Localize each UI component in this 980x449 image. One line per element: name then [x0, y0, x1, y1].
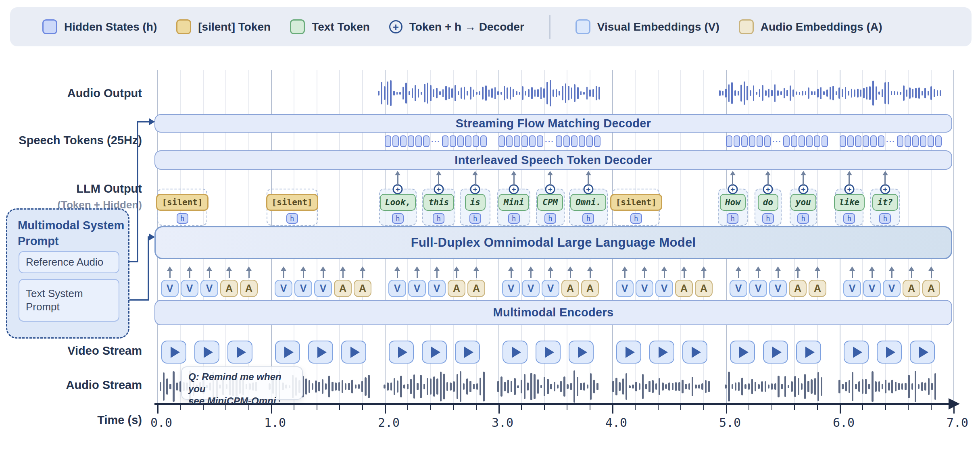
audio-output-waveform-bar: [900, 92, 901, 95]
prompt-box-title-line2: Prompt: [18, 235, 59, 247]
arrow-stem: [911, 271, 912, 278]
play-icon: [317, 347, 327, 358]
speech-token-cell: [855, 135, 861, 147]
question-speech-bubble: Q: Remind me when you see MiniCPM-Omni: [181, 366, 303, 400]
silent-token-swatch-icon: [176, 19, 191, 34]
embedding-arrow: [359, 266, 366, 278]
speech-token-cell: [529, 135, 536, 147]
audio-stream-waveform-bar: [305, 378, 307, 395]
audio-output-waveform-bar: [719, 90, 721, 96]
ellipsis: ···: [545, 137, 554, 146]
audio-stream-waveform-bar: [457, 374, 459, 399]
audio-stream-waveform-bar: [692, 377, 694, 396]
arrowhead-up-icon: [849, 266, 855, 271]
axis-tick: [498, 405, 500, 414]
audio-stream-waveform-bar: [921, 382, 923, 391]
hidden-state-chip: h: [469, 213, 481, 224]
arrow-stem: [891, 271, 892, 278]
connector-arrowhead-icon: [149, 233, 155, 241]
ellipsis: ···: [431, 137, 440, 146]
arrow-stem: [362, 271, 363, 278]
audio-stream-waveform-bar: [312, 383, 314, 389]
llm-token-cell: +likeh: [835, 189, 864, 226]
audio-stream-waveform-bar: [483, 372, 485, 401]
audio-stream-waveform-bar: [325, 383, 327, 389]
visual-embedding-chip: V: [883, 280, 901, 297]
audio-stream-waveform-bar: [593, 380, 595, 393]
audio-stream-waveform-bar: [587, 385, 589, 389]
prompt-connectors: [0, 0, 980, 449]
arrow-stem: [513, 175, 515, 186]
embedding-arrow: [681, 266, 687, 278]
audio-stream-waveform-bar: [744, 384, 746, 389]
play-icon: [545, 347, 554, 358]
legend: Hidden States (h) [silent] Token Text To…: [10, 7, 972, 46]
audio-output-waveform-bar: [876, 86, 877, 100]
audio-stream-waveform-bar: [781, 384, 783, 389]
audio-stream-waveform-bar: [662, 382, 664, 390]
axis-tick: [180, 405, 181, 410]
audio-stream-waveform-bar: [463, 383, 465, 390]
play-icon: [692, 347, 701, 358]
arrowhead-up-icon: [167, 266, 173, 271]
audio-output-waveform-bar: [491, 88, 493, 98]
audio-stream-waveform-bar: [761, 381, 763, 392]
play-icon: [772, 347, 782, 358]
audio-stream-waveform-bar: [420, 375, 422, 398]
audio-stream-waveform-bar: [821, 377, 823, 395]
audio-embedding-chip: A: [922, 280, 940, 297]
legend-label: Text Token: [312, 21, 370, 33]
audio-output-waveform-bar: [774, 84, 776, 102]
audio-embedding-chip: A: [809, 280, 826, 297]
video-frame-button: [275, 341, 300, 364]
arrow-stem: [209, 271, 210, 278]
audio-output-waveform-bar: [473, 89, 475, 96]
axis-tick-label: 5.0: [711, 416, 749, 430]
arrowhead-up-icon: [206, 266, 212, 271]
audio-output-waveform-bar: [589, 89, 591, 97]
speech-token-cell: [822, 135, 828, 147]
token-to-decoder-arrow: [882, 171, 888, 186]
speech-token-cell: [556, 135, 562, 147]
audio-output-waveform-bar: [433, 89, 435, 97]
audio-stream-waveform-bar: [466, 378, 468, 395]
audio-stream-waveform-bar: [580, 383, 582, 390]
audio-stream-waveform-bar: [500, 376, 503, 396]
speech-token-cell: [734, 135, 740, 147]
visual-embedding-chip: V: [769, 280, 787, 297]
audio-stream-waveform-bar: [918, 384, 920, 389]
audio-output-waveform-bar: [854, 89, 855, 97]
audio-stream-waveform-bar: [473, 384, 475, 390]
arrow-stem: [438, 175, 439, 186]
audio-stream-waveform-bar: [358, 384, 360, 389]
audio-stream-waveform-bar: [784, 376, 786, 397]
audio-stream-waveform-bar: [394, 378, 396, 395]
bar-label: Interleaved Speech Token Decoder: [455, 154, 652, 167]
audio-stream-waveform-bar: [698, 385, 700, 389]
axis-tick: [157, 405, 158, 414]
audio-stream-waveform-bar: [335, 382, 337, 391]
llm-token-cell: [silent]h: [157, 189, 207, 226]
play-icon: [350, 347, 360, 358]
visual-embedding-chip: V: [730, 280, 747, 297]
audio-stream-waveform-bar: [751, 379, 753, 394]
audio-stream-waveform-bar: [433, 376, 435, 397]
hidden-state-chip: h: [797, 213, 809, 224]
audio-stream-waveform-bar: [615, 378, 617, 395]
llm-token-cell: +ish: [460, 189, 490, 226]
audio-embedding-chip: A: [675, 280, 693, 297]
audio-stream-waveform-bar: [554, 382, 556, 391]
audio-stream-waveform-bar: [563, 376, 565, 397]
arrowhead-up-icon: [436, 171, 442, 175]
play-icon: [464, 347, 473, 358]
legend-label: Hidden States (h): [64, 21, 157, 33]
audio-embedding-chip: A: [695, 280, 713, 297]
embedding-arrow: [908, 266, 915, 278]
audio-stream-waveform-bar: [798, 378, 800, 395]
audio-stream-waveform-bar: [355, 385, 357, 389]
speech-token-cell: [423, 135, 430, 147]
arrowhead-up-icon: [622, 266, 628, 271]
token-to-decoder-arrow: [765, 171, 771, 186]
audio-stream-waveform-bar: [365, 377, 367, 396]
play-icon: [431, 347, 440, 358]
